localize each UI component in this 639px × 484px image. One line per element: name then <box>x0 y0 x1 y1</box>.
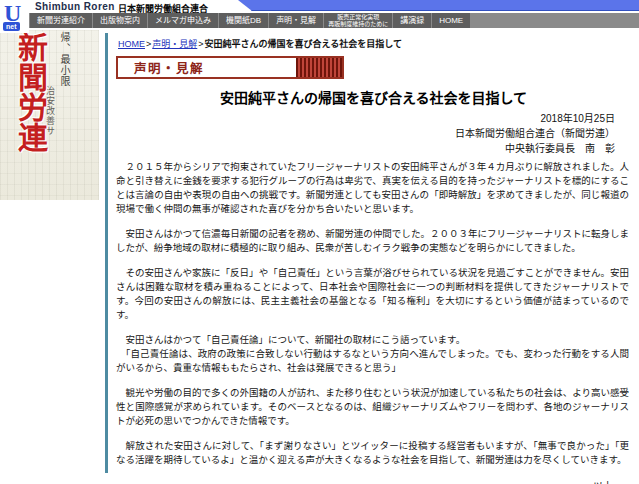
top-band: Shimbun Roren 日本新聞労働組合連合 <box>0 0 639 13</box>
breadcrumb-separator: > <box>146 39 151 49</box>
collage-headline-snippet: 帰、最小限 <box>57 32 72 87</box>
nav-item-home[interactable]: HOME <box>432 13 470 28</box>
paragraph-self-responsibility-criticism: その安田さんや家族に「反日」や「自己責任」という言葉が浴びせられている状況を見過… <box>116 266 629 322</box>
nav-item-publications[interactable]: 出版物案内 <box>93 13 147 28</box>
page-title: 安田純平さんの帰国を喜び合える社会を目指して <box>110 87 637 107</box>
brand-logo-text[interactable]: Shimbun Roren <box>35 1 115 12</box>
page: Shimbun Roren 日本新聞労働組合連合 新聞労連紹介 出版物案内 メル… <box>0 0 639 484</box>
breadcrumb: HOME>声明・見解>安田純平さんの帰国を喜び合える社会を目指して <box>118 37 637 50</box>
nav-item-mailmagazine[interactable]: メルマガ申込み <box>148 13 218 28</box>
content-divider-line <box>105 33 108 473</box>
statement-date: 2018年10月25日 <box>110 111 615 126</box>
statement-org: 日本新聞労働組合連合（新聞労連） <box>110 126 615 141</box>
statement-meta-block: 2018年10月25日 日本新聞労働組合連合（新聞労連） 中央執行委員長 南 彰 <box>110 111 615 156</box>
nav-item-lectures[interactable]: 講演録 <box>393 13 431 28</box>
nav-item-hanbai-saihan[interactable]: 販売正常化実現 再販制度維持のために <box>324 13 392 28</box>
sidebar-vertical-banner-title: 新聞労連 <box>13 32 47 152</box>
nav-item-shimbunroren-intro[interactable]: 新聞労連紹介 <box>30 13 92 28</box>
sidebar-newspaper-collage: 帰、最小限 治安改善サ 新聞労連 <box>0 30 99 200</box>
closing-ijou: 以上 <box>110 478 613 484</box>
paragraph-conclusion: 解放された安田さんに対して、「まず謝りなさい」とツイッターに投稿する経営者もいま… <box>116 439 629 467</box>
nav-item-kikanshi-db[interactable]: 機関紙DB <box>219 13 268 28</box>
breadcrumb-current-page: 安田純平さんの帰国を喜び合える社会を目指して <box>205 39 402 49</box>
section-header-stripes-decoration <box>296 58 342 77</box>
nav-item-statements[interactable]: 声明・見解 <box>269 13 323 28</box>
paragraph-yasuda-career: 安田さんはかつて信濃毎日新聞の記者を務め、新聞労連の仲間でした。２００３年にフリ… <box>116 227 629 255</box>
main-nav: 新聞労連紹介 出版物案内 メルマガ申込み 機関紙DB 声明・見解 販売正常化実現… <box>0 13 639 28</box>
main-content: HOME>声明・見解>安田純平さんの帰国を喜び合える社会を目指して 声明・見解 … <box>110 33 637 484</box>
unet-logo-net-badge: net <box>3 22 20 31</box>
unet-logo[interactable]: U net <box>0 0 29 33</box>
paragraph-release-news: ２０１５年からシリアで拘束されていたフリージャーナリストの安田純平さんが３年４カ… <box>116 160 629 216</box>
paragraph-quote-intro: 安田さんはかつて「自己責任論」について、新聞社の取材にこう語っています。 <box>116 333 629 347</box>
section-header-box: 声明・見解 <box>116 56 344 79</box>
paragraph-society-context: 観光や労働の目的で多くの外国籍の人が訪れ、また移り住むという状況が加速している私… <box>116 386 629 428</box>
breadcrumb-section-link[interactable]: 声明・見解 <box>152 39 197 49</box>
statement-signer: 中央執行委員長 南 彰 <box>110 141 615 156</box>
paragraph-quote: 「自己責任論は、政府の政策に合致しない行動はするなという方向へ進んでしまった。で… <box>116 347 629 375</box>
breadcrumb-separator: > <box>198 39 203 49</box>
top-band-blue-decoration <box>238 0 639 11</box>
nav-item-hanbai-line2: 再販制度維持のために <box>328 21 388 28</box>
breadcrumb-home-link[interactable]: HOME <box>118 39 145 49</box>
section-header-label: 声明・見解 <box>118 58 204 77</box>
